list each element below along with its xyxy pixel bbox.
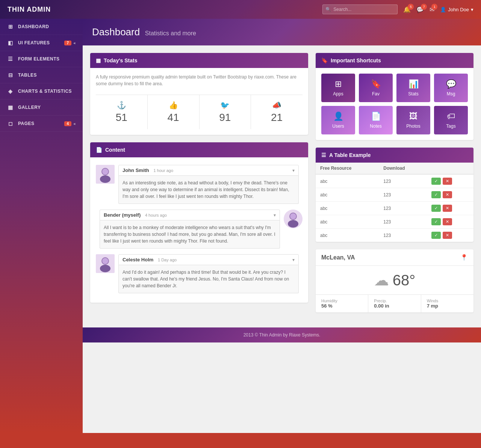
svg-point-3 [102,169,108,175]
shortcut-tags[interactable]: 🏷 Tags [434,106,468,134]
shortcut-apps[interactable]: ⊞ Apps [321,74,355,102]
layout: ⊞ DASHBOARD ◧ UI FEATURES 7 ◂ ☰ FORM ELE… [0,19,481,433]
cloud-icon: ☁ [374,272,389,289]
footer: 2013 © Thin Admin by Riaxe Systems. [83,327,481,342]
brand: THIN ADMIN [8,6,51,14]
table-row: abc 123 ✓ ✕ [316,229,473,242]
winds-label: Winds [427,299,468,303]
comment-bender-body: Bender (myself) 4 hours ago ▾ All I want… [100,210,280,249]
sidebar-item-gallery[interactable]: ▦ GALLERY [0,100,83,116]
cancel-button[interactable]: ✕ [443,205,452,212]
search-input[interactable] [322,5,398,14]
notifications-button[interactable]: ✉ 1 [430,6,434,13]
cell-resource: abc [316,215,379,229]
stat-value-anchor: 51 [100,112,144,124]
comment-text: All I want is to be a monkey of moderate… [100,220,280,249]
charts-icon: ◈ [8,88,14,94]
stat-item-twitter: 🐦 91 [200,95,251,129]
cancel-button[interactable]: ✕ [443,191,452,198]
shortcut-photos[interactable]: 🖼 Photos [396,106,430,134]
navbar: THIN ADMIN 🔍 🔔 5 💬 7 ✉ 1 👤 John Doe ▾ [0,0,481,19]
left-column: ▦ Today's Stats A fully responsive premi… [90,53,308,320]
pages-badge: 4 [64,121,71,126]
alerts-button[interactable]: 🔔 5 [403,6,411,13]
comment-bender-header: Bender (myself) 4 hours ago ▾ [100,210,280,220]
sidebar-item-ui-features[interactable]: ◧ UI FEATURES 7 ◂ [0,35,83,51]
stat-value-like: 41 [151,112,195,124]
table-row: abc 123 ✓ ✕ [316,215,473,229]
sidebar-item-pages[interactable]: ◻ PAGES 4 ◂ [0,116,83,132]
stat-item-megaphone: 📣 21 [251,95,303,129]
comment-author: Bender (myself) [104,212,141,218]
shortcut-apps-label: Apps [333,91,343,97]
page-header: Dashboard Statistics and more [83,19,481,45]
confirm-button[interactable]: ✓ [431,191,441,198]
confirm-button[interactable]: ✓ [431,218,441,225]
cell-actions: ✓ ✕ [427,215,473,229]
like-icon: 👍 [151,101,195,110]
confirm-button[interactable]: ✓ [431,178,441,185]
shortcut-stats[interactable]: 📊 Stats [396,74,430,102]
comment-john-smith: John Smith 1 hour ago ▾ As an interestin… [96,165,303,204]
sidebar-item-label: TABLES [18,72,37,78]
comment-dropdown-icon[interactable]: ▾ [292,257,295,262]
confirm-button[interactable]: ✓ [431,232,441,239]
alerts-badge: 5 [408,4,414,10]
ui-features-badge: 7 [64,41,71,45]
gallery-icon: ▦ [8,104,14,110]
svg-point-6 [288,220,298,228]
sidebar-item-form-elements[interactable]: ☰ FORM ELEMENTS [0,51,83,67]
weather-details: Humidity 56 % Precip. 0.00 in Winds 7 mp [316,294,473,312]
shortcut-fav[interactable]: 🔖 Fav [359,74,393,102]
shortcut-fav-label: Fav [372,91,380,97]
comment-dropdown-icon[interactable]: ▾ [292,168,295,173]
main-content: Dashboard Statistics and more ▦ Today's … [83,19,481,433]
comment-dropdown-icon[interactable]: ▾ [274,213,276,218]
sidebar-item-label: GALLERY [18,105,41,110]
search-icon: 🔍 [325,7,331,12]
todays-stats-body: A fully responsive premium quality admin… [90,68,308,135]
messages-button[interactable]: 💬 7 [416,6,424,13]
pages-arrow-icon: ◂ [73,122,76,126]
megaphone-icon: 📣 [255,101,299,110]
apps-icon: ⊞ [335,79,342,89]
comment-john-smith-header: John Smith 1 hour ago ▾ [118,165,299,176]
cancel-button[interactable]: ✕ [443,232,452,239]
comment-text: As an interesting side note, as a head w… [118,176,299,204]
content-area: ▦ Today's Stats A fully responsive premi… [83,45,481,327]
content-card-header: 📄 Content [90,142,308,157]
user-name: John Doe [448,7,469,12]
pages-icon: ◻ [8,121,14,127]
shortcut-users[interactable]: 👤 Users [321,106,355,134]
shortcut-msg-label: Msg [447,91,455,97]
humidity-label: Humidity [321,299,362,303]
search-box: 🔍 [322,5,398,14]
sidebar-item-dashboard[interactable]: ⊞ DASHBOARD [0,19,83,35]
sidebar-item-tables[interactable]: ⊟ TABLES [0,67,83,83]
stats-header-icon: ▦ [96,57,101,63]
confirm-button[interactable]: ✓ [431,205,441,212]
cell-download: 123 [379,229,427,242]
table-title: A Table Example [329,152,371,158]
cell-resource: abc [316,188,379,202]
cancel-button[interactable]: ✕ [443,178,452,185]
table-header-icon: ☰ [321,152,326,158]
shortcut-notes[interactable]: 📄 Notes [359,106,393,134]
user-dropdown[interactable]: 👤 John Doe ▾ [440,7,473,12]
cancel-button[interactable]: ✕ [443,218,452,225]
stat-item-like: 👍 41 [148,95,200,129]
users-icon: 👤 [333,112,343,121]
sidebar-item-charts[interactable]: ◈ CHARTS & STATISTICS [0,83,83,100]
humidity-value: 56 % [321,303,362,309]
table-card: ☰ A Table Example Free Resource Download [316,148,473,242]
svg-point-11 [102,258,108,264]
cell-resource: abc [316,229,379,242]
weather-main: ☁ 68° [316,266,473,294]
shortcuts-title: Important Shortcuts [331,57,381,63]
weather-card: McLean, VA 📍 ☁ 68° Humidity 56 % Preci [316,249,473,312]
comment-celeste-header: Celeste Holm 1 Day ago ▾ [118,254,299,265]
content-title: Content [105,147,125,153]
weather-temp: 68° [393,272,416,289]
humidity-item: Humidity 56 % [316,295,368,312]
shortcut-msg[interactable]: 💬 Msg [434,74,468,102]
